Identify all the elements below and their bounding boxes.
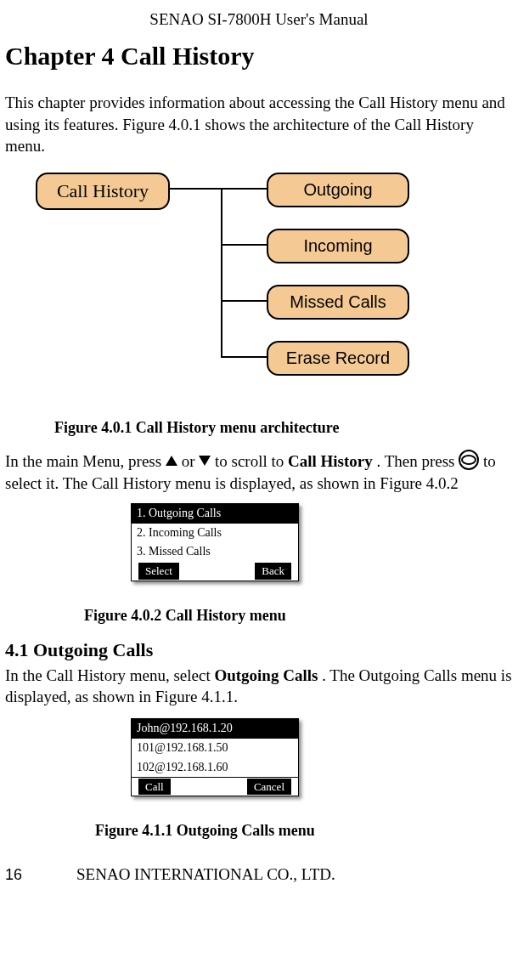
softkey-row: Select Back [132,562,298,581]
softkey-left: Select [138,563,179,580]
diagram-outgoing-box: Outgoing [267,173,409,207]
diagram-connector [221,188,222,356]
figure-4-0-1-caption: Figure 4.0.1 Call History menu architect… [54,417,513,438]
figure-4-0-2-screen: 1. Outgoing Calls 2. Incoming Calls 3. M… [131,503,299,581]
call-item: 101@192.168.1.50 [132,739,298,758]
diagram-connector [221,356,267,358]
call-item: 102@192.168.1.60 [132,758,298,778]
page-number: 16 [5,864,22,885]
diagram-missed-box: Missed Calls [267,285,409,320]
intro-paragraph: This chapter provides information about … [5,92,513,157]
diagram-connector [221,300,267,302]
softkey-right: Cancel [247,779,291,796]
architecture-diagram: Call History Outgoing Incoming Missed Ca… [36,173,426,394]
figure-4-1-1-screen: John@192.168.1.20 101@192.168.1.50 102@1… [131,718,299,796]
softkey-row: Call Cancel [132,778,298,796]
nav-text: or [182,452,200,470]
call-item-selected: John@192.168.1.20 [132,719,298,739]
doc-header: SENAO SI-7800H User's Manual [5,8,513,31]
menu-item: 3. Missed Calls [132,542,298,562]
sec41-text: In the Call History menu, select [5,666,214,684]
softkey-left: Call [138,779,171,796]
diagram-connector [170,188,267,190]
figure-4-0-2-caption: Figure 4.0.2 Call History menu [84,605,513,626]
section-4-1-heading: 4.1 Outgoing Calls [5,637,513,663]
page-footer: 16 SENAO INTERNATIONAL CO., LTD. [5,864,513,886]
softkey-right: Back [255,563,291,580]
diagram-incoming-box: Incoming [267,229,409,263]
sec41-target: Outgoing Calls [214,666,318,684]
diagram-erase-box: Erase Record [267,341,409,376]
ok-button-icon [459,450,479,470]
footer-company: SENAO INTERNATIONAL CO., LTD. [76,864,335,886]
up-arrow-icon [166,456,177,466]
nav-target: Call History [288,452,373,470]
section-4-1-paragraph: In the Call History menu, select Outgoin… [5,665,513,708]
nav-text: . Then press [377,452,459,470]
down-arrow-icon [199,456,211,466]
menu-item: 2. Incoming Calls [132,524,298,543]
menu-item-selected: 1. Outgoing Calls [132,504,298,524]
nav-text: to scroll to [215,452,288,470]
chapter-title: Chapter 4 Call History [5,39,513,74]
diagram-connector [221,244,267,246]
nav-text: In the main Menu, press [5,452,166,470]
diagram-root-box: Call History [36,173,170,210]
figure-4-1-1-caption: Figure 4.1.1 Outgoing Calls menu [95,820,513,841]
navigation-paragraph: In the main Menu, press or to scroll to … [5,450,513,494]
